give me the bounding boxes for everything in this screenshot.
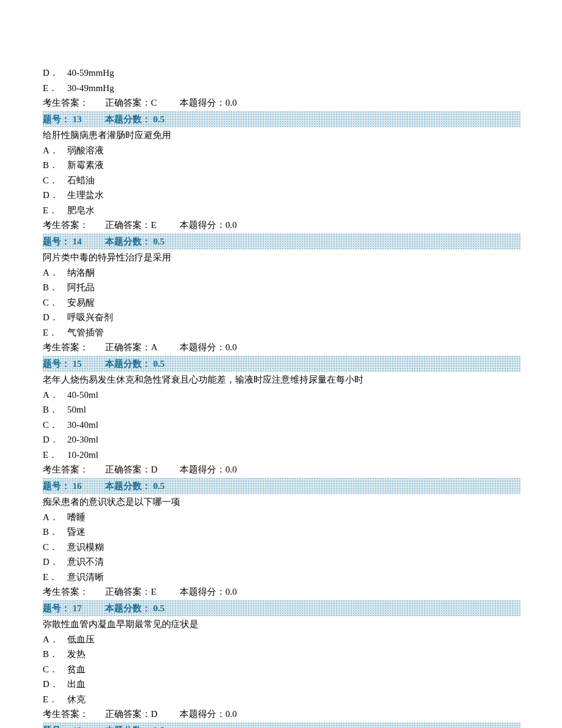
option-letter: E．: [43, 326, 67, 340]
option-text: 肥皂水: [67, 204, 520, 218]
option-row: B．昏迷: [43, 525, 520, 539]
option-row: D．生理盐水: [43, 188, 520, 202]
option-letter: D．: [43, 555, 67, 569]
option-row: D．意识不清: [43, 555, 520, 569]
option-letter: D．: [43, 433, 67, 447]
option-row: E．30-49mmHg: [43, 81, 520, 95]
correct-answer: 正确答案：E: [105, 585, 180, 599]
candidate-answer-label: 考生答案：: [43, 340, 105, 355]
question-number: 题号： 14: [43, 235, 105, 249]
correct-answer: 正确答案：D: [105, 463, 180, 477]
option-letter: A．: [43, 144, 67, 158]
option-row: D．40-59mmHg: [43, 66, 520, 80]
answer-row: 考生答案：正确答案：E本题得分：0.0: [43, 218, 520, 232]
score: 本题得分：0.0: [180, 218, 237, 232]
option-letter: D．: [43, 311, 67, 325]
question-points: 本题分数： 0.5: [105, 357, 165, 371]
option-letter: C．: [43, 663, 67, 677]
option-row: E．肥皂水: [43, 204, 520, 218]
option-row: B．阿托品: [43, 281, 520, 295]
question-header: 题号： 18本题分数： 0.5: [43, 722, 520, 729]
question-stem: 痴呆患者的意识状态是以下哪一项: [43, 495, 520, 509]
option-text: 嗜睡: [67, 510, 520, 524]
question-stem: 阿片类中毒的特异性治疗是采用: [43, 251, 520, 265]
option-text: 休克: [67, 693, 520, 707]
option-row: A．低血压: [43, 633, 520, 647]
option-row: B．发热: [43, 647, 520, 661]
question-stem: 给肝性脑病患者灌肠时应避免用: [43, 128, 520, 142]
option-letter: A．: [43, 633, 67, 647]
question-header: 题号： 14本题分数： 0.5: [43, 233, 520, 250]
question-block: 题号： 17本题分数： 0.5弥散性血管内凝血早期最常见的症状是A．低血压B．发…: [43, 600, 520, 721]
option-letter: B．: [43, 158, 67, 172]
answer-row: 考生答案： 正确答案：C 本题得分：0.0: [43, 96, 520, 110]
answer-row: 考生答案：正确答案：D本题得分：0.0: [43, 463, 520, 477]
correct-answer: 正确答案：C: [105, 96, 180, 110]
option-row: C．安易醒: [43, 296, 520, 310]
option-letter: B．: [43, 647, 67, 661]
option-letter: D．: [43, 188, 67, 202]
option-row: C．贫血: [43, 663, 520, 677]
candidate-answer-label: 考生答案：: [43, 96, 105, 110]
option-row: D．出血: [43, 677, 520, 691]
question-points: 本题分数： 0.5: [105, 235, 165, 249]
option-row: E．意识清晰: [43, 570, 520, 584]
question-block: 题号： 16本题分数： 0.5痴呆患者的意识状态是以下哪一项A．嗜睡B．昏迷C．…: [43, 478, 520, 599]
option-letter: A．: [43, 388, 67, 402]
option-text: 新霉素液: [67, 158, 520, 172]
option-letter: A．: [43, 266, 67, 280]
option-row: E．气管插管: [43, 326, 520, 340]
option-letter: C．: [43, 296, 67, 310]
option-text: 昏迷: [67, 525, 520, 539]
option-text: 纳洛酮: [67, 266, 520, 280]
option-text: 石蜡油: [67, 174, 520, 188]
option-text: 发热: [67, 647, 520, 661]
option-row: C．石蜡油: [43, 174, 520, 188]
option-letter: E．: [43, 693, 67, 707]
question-header: 题号： 16本题分数： 0.5: [43, 478, 520, 495]
option-text: 贫血: [67, 663, 520, 677]
option-row: D．20-30ml: [43, 433, 520, 447]
question-number: 题号： 15: [43, 357, 105, 371]
option-text: 阿托品: [67, 281, 520, 295]
option-text: 低血压: [67, 633, 520, 647]
option-letter: D．: [43, 677, 67, 691]
question-header: 题号： 13本题分数： 0.5: [43, 111, 520, 128]
question-number: 题号： 13: [43, 112, 105, 127]
answer-row: 考生答案：正确答案：E本题得分：0.0: [43, 585, 520, 599]
question-points: 本题分数： 0.5: [105, 479, 165, 493]
option-text: 意识模糊: [67, 540, 520, 554]
option-row: C．30-40ml: [43, 418, 520, 432]
candidate-answer-label: 考生答案：: [43, 218, 105, 232]
question-stem: 弥散性血管内凝血早期最常见的症状是: [43, 617, 520, 631]
option-text: 40-59mmHg: [67, 66, 520, 80]
correct-answer: 正确答案：A: [105, 340, 180, 355]
option-text: 40-50ml: [67, 388, 520, 402]
option-letter: C．: [43, 174, 67, 188]
question-number: 题号： 17: [43, 601, 105, 616]
score: 本题得分：0.0: [180, 340, 237, 355]
option-text: 30-49mmHg: [67, 81, 520, 95]
question-trailing: D．40-59mmHgE．30-49mmHg 考生答案： 正确答案：C 本题得分…: [43, 66, 520, 110]
question-block: 题号： 13本题分数： 0.5给肝性脑病患者灌肠时应避免用A．弱酸溶液B．新霉素…: [43, 111, 520, 232]
option-text: 20-30ml: [67, 433, 520, 447]
option-row: B．50ml: [43, 403, 520, 417]
option-letter: E．: [43, 448, 67, 462]
candidate-answer-label: 考生答案：: [43, 463, 105, 477]
candidate-answer-label: 考生答案：: [43, 707, 105, 721]
score: 本题得分：0.0: [180, 96, 237, 110]
option-letter: E．: [43, 570, 67, 584]
question-header: 题号： 17本题分数： 0.5: [43, 600, 520, 617]
question-header: 题号： 15本题分数： 0.5: [43, 356, 520, 372]
option-text: 10-20ml: [67, 448, 520, 462]
option-row: D．呼吸兴奋剂: [43, 311, 520, 325]
option-row: B．新霉素液: [43, 158, 520, 172]
option-letter: E．: [43, 204, 67, 218]
question-block: 题号： 15本题分数： 0.5老年人烧伤易发生休克和急性肾衰且心功能差，输液时应…: [43, 356, 520, 477]
option-letter: A．: [43, 510, 67, 524]
option-row: C．意识模糊: [43, 540, 520, 554]
score: 本题得分：0.0: [180, 585, 237, 599]
option-row: A．纳洛酮: [43, 266, 520, 280]
candidate-answer-label: 考生答案：: [43, 585, 105, 599]
option-row: E．10-20ml: [43, 448, 520, 462]
